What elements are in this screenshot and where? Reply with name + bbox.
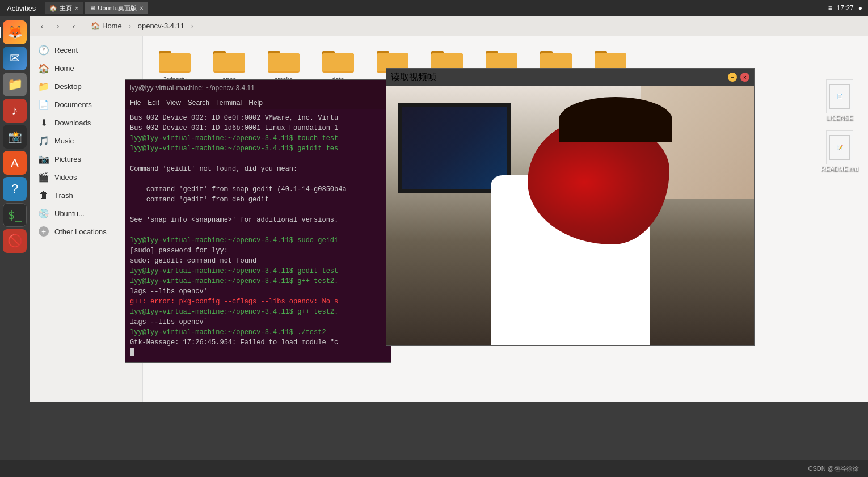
video-title: 读取视频帧	[391, 71, 436, 83]
breadcrumb-home[interactable]: 🏠 Home	[86, 19, 127, 32]
video-titlebar: 读取视频帧 − ×	[386, 69, 754, 86]
video-controls: − ×	[728, 73, 749, 82]
terminal-prompt-line: lyy@lyy-virtual-machine:~/opencv-3.4.11$…	[130, 307, 386, 317]
terminal-line: Bus 002 Device 001: ID 1d6b:0001 Linux F…	[130, 123, 386, 133]
sidebar-other-label: Other Locations	[54, 227, 107, 236]
terminal-line: command 'gedit' from snap gedit (40.1-14…	[130, 184, 386, 195]
system-menu-icon[interactable]: ≡	[828, 4, 832, 12]
sidebar-item-recent[interactable]: 🕐 Recent	[30, 41, 142, 59]
home-breadcrumb-icon: 🏠	[91, 22, 100, 30]
sidebar-pictures-label: Pictures	[54, 155, 81, 163]
terminal-titlebar: lyy@lyy-virtual-machine: ~/opencv-3.4.11	[125, 80, 391, 96]
music-sidebar-icon: 🎵	[39, 136, 49, 146]
terminal-prompt-line: lyy@lyy-virtual-machine:~/opencv-3.4.11$…	[130, 276, 386, 286]
dock-ubuntu-software[interactable]: A	[3, 151, 27, 175]
terminal-menu-help[interactable]: Help	[248, 99, 263, 107]
dock-error[interactable]: 🚫	[3, 229, 27, 253]
sidebar-videos-label: Videos	[54, 173, 77, 181]
terminal-line: command 'gedit' from deb gedit	[130, 195, 386, 205]
svg-rect-2	[159, 53, 191, 71]
sidebar-recent-label: Recent	[54, 46, 78, 54]
readme-label: README.md	[821, 166, 858, 172]
clock-dot: ●	[858, 4, 862, 12]
terminal-line: See 'snap info <snapname>' for additiona…	[130, 215, 386, 225]
video-content	[386, 86, 754, 345]
desktop-sidebar-icon: 📁	[39, 81, 49, 91]
terminal-line: [sudo] password for lyy:	[130, 246, 386, 256]
sidebar-documents-label: Documents	[54, 100, 92, 109]
desktop-tab-label: Ubuntu桌面版	[98, 4, 136, 12]
dock-music[interactable]: ♪	[3, 99, 27, 123]
ubuntu-software-icon: A	[11, 157, 18, 170]
license-file-icon: 📄	[826, 79, 853, 113]
terminal-title: lyy@lyy-virtual-machine: ~/opencv-3.4.11	[130, 84, 255, 92]
dock-terminal[interactable]: $_	[3, 203, 27, 227]
video-close-button[interactable]: ×	[740, 73, 749, 82]
video-frame	[386, 86, 754, 345]
folder-data[interactable]: data	[315, 45, 361, 83]
video-window: 读取视频帧 − ×	[386, 68, 755, 346]
home-sidebar-icon: 🏠	[39, 63, 49, 73]
tab-home[interactable]: 🏠 主页 ✕	[45, 2, 83, 14]
firefox-icon: 🦊	[7, 25, 23, 40]
fm-forward-button[interactable]: ›	[50, 18, 66, 34]
home-breadcrumb-label: Home	[102, 22, 122, 30]
fm-back-button[interactable]: ‹	[34, 18, 50, 34]
dock-files[interactable]: 📁	[3, 73, 27, 96]
screenshot-icon: 📸	[8, 130, 22, 143]
sidebar-desktop-label: Desktop	[54, 82, 82, 91]
terminal-menu-search[interactable]: Search	[188, 99, 209, 107]
home-tab-close[interactable]: ✕	[74, 5, 79, 11]
sidebar-trash-label: Trash	[54, 191, 73, 200]
desktop-icons: 📄 LICENSE 📝 README.md	[817, 79, 862, 172]
dock-mail[interactable]: ✉	[3, 47, 27, 70]
terminal-prompt-line: lyy@lyy-virtual-machine:~/opencv-3.4.11$…	[130, 143, 386, 154]
music-icon: ♪	[12, 103, 18, 118]
desktop-icon-license[interactable]: 📄 LICENSE	[817, 79, 862, 121]
terminal-menu-view[interactable]: View	[166, 99, 181, 107]
terminal-error-line: g++: error: pkg-config --cflags --libs o…	[130, 297, 386, 307]
clock: 17:27	[837, 4, 854, 12]
terminal-body[interactable]: Bus 002 Device 002: ID 0e0f:0002 VMware,…	[125, 109, 391, 362]
statusbar: CSDN @包谷徐徐	[0, 460, 868, 477]
terminal-line	[130, 225, 386, 235]
folder-apps[interactable]: apps	[207, 45, 252, 83]
folder-cmake[interactable]: cmake	[261, 45, 306, 83]
breadcrumb-sep2: ›	[191, 22, 193, 30]
folder-3rdparty[interactable]: 3rdparty	[152, 45, 197, 83]
other-locations-add-icon[interactable]: +	[39, 226, 49, 237]
tab-ubuntu-desktop[interactable]: 🖥 Ubuntu桌面版 ✕	[85, 2, 148, 14]
error-icon: 🚫	[7, 234, 23, 248]
dock-screenshot[interactable]: 📸	[3, 125, 27, 149]
breadcrumb-opencv[interactable]: opencv-3.4.11	[133, 19, 189, 32]
terminal-line	[130, 174, 386, 184]
dock-help[interactable]: ?	[3, 177, 27, 201]
desktop-icon-readme[interactable]: 📝 README.md	[817, 130, 862, 172]
fm-up-button[interactable]: ‹	[66, 18, 82, 34]
terminal-line: sudo: geidit: command not found	[130, 256, 386, 266]
breadcrumb: 🏠 Home › opencv-3.4.11 ›	[82, 19, 198, 32]
svg-rect-8	[268, 53, 300, 71]
terminal-menu-terminal[interactable]: Terminal	[216, 99, 242, 107]
sidebar-item-home[interactable]: 🏠 Home	[30, 59, 142, 77]
desktop-tab-icon: 🖥	[89, 5, 95, 11]
dock: 🦊 ✉ 📁 ♪ 📸 A ? $_ 🚫	[0, 16, 30, 477]
terminal-icon: $_	[8, 208, 22, 222]
desktop-tab-close[interactable]: ✕	[139, 5, 144, 11]
files-icon: 📁	[7, 77, 23, 92]
documents-icon: 📄	[39, 99, 49, 109]
svg-rect-11	[322, 53, 354, 71]
terminal-line: Gtk-Message: 17:26:45.954: Failed to loa…	[130, 337, 386, 348]
terminal-menu-edit[interactable]: Edit	[148, 99, 159, 107]
mail-icon: ✉	[10, 51, 20, 66]
terminal-menu-file[interactable]: File	[130, 99, 141, 107]
video-minimize-button[interactable]: −	[728, 73, 737, 82]
readme-file-icon: 📝	[826, 130, 853, 164]
terminal-prompt-line: lyy@lyy-virtual-machine:~/opencv-3.4.11$…	[130, 235, 386, 246]
sidebar-home-label: Home	[54, 64, 74, 73]
activities-button[interactable]: Activities	[0, 0, 43, 16]
terminal-line: lags --libs opencv'	[130, 286, 386, 297]
dock-firefox[interactable]: 🦊	[3, 20, 27, 44]
terminal-line: lags --libs opencv`	[130, 317, 386, 327]
taskbar-right: ≡ 17:27 ●	[823, 4, 868, 12]
